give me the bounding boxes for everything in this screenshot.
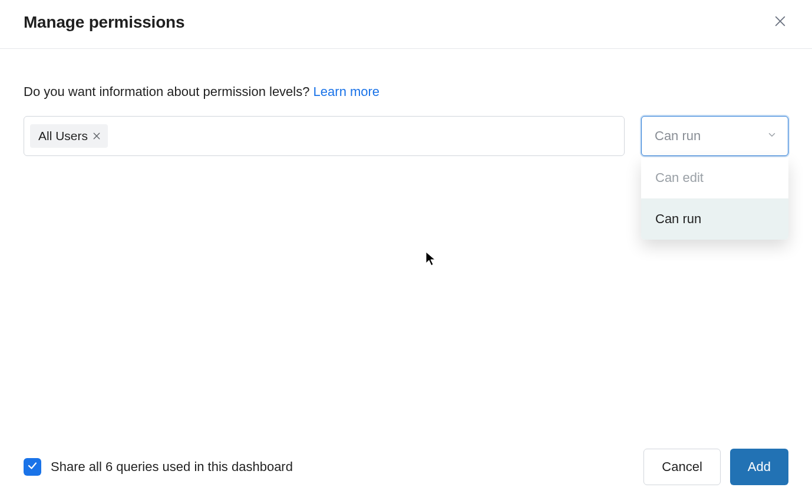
footer-right: Cancel Add bbox=[643, 449, 788, 485]
permission-select-trigger[interactable]: Can run bbox=[641, 116, 788, 156]
principal-input[interactable]: All Users bbox=[24, 116, 625, 156]
learn-more-link[interactable]: Learn more bbox=[313, 84, 380, 99]
info-text: Do you want information about permission… bbox=[24, 84, 788, 100]
dialog-title: Manage permissions bbox=[24, 13, 184, 32]
chevron-down-icon bbox=[767, 128, 777, 144]
remove-chip-button[interactable] bbox=[93, 129, 101, 143]
check-icon bbox=[27, 460, 38, 473]
principal-chip-label: All Users bbox=[38, 129, 88, 143]
dialog-header: Manage permissions bbox=[0, 0, 812, 49]
permission-option-can-edit[interactable]: Can edit bbox=[641, 157, 788, 198]
cursor-icon bbox=[425, 251, 437, 267]
close-icon bbox=[774, 15, 787, 30]
permission-option-can-run[interactable]: Can run bbox=[641, 198, 788, 240]
dialog-body: Do you want information about permission… bbox=[0, 49, 812, 449]
manage-permissions-dialog: Manage permissions Do you want informati… bbox=[0, 0, 812, 504]
close-icon bbox=[93, 129, 101, 143]
cancel-button[interactable]: Cancel bbox=[643, 449, 720, 485]
permission-dropdown: Can edit Can run bbox=[641, 157, 788, 240]
principal-chip: All Users bbox=[30, 124, 108, 148]
permission-select: Can run Can edit Can run bbox=[641, 116, 788, 156]
info-prompt: Do you want information about permission… bbox=[24, 84, 313, 99]
footer-left: Share all 6 queries used in this dashboa… bbox=[24, 458, 293, 476]
share-queries-checkbox[interactable] bbox=[24, 458, 41, 476]
close-button[interactable] bbox=[772, 14, 788, 31]
share-queries-label: Share all 6 queries used in this dashboa… bbox=[51, 459, 293, 475]
dialog-footer: Share all 6 queries used in this dashboa… bbox=[0, 449, 812, 504]
permission-select-value: Can run bbox=[655, 128, 701, 144]
add-button[interactable]: Add bbox=[730, 449, 788, 485]
controls-row: All Users Can run bbox=[24, 116, 788, 156]
